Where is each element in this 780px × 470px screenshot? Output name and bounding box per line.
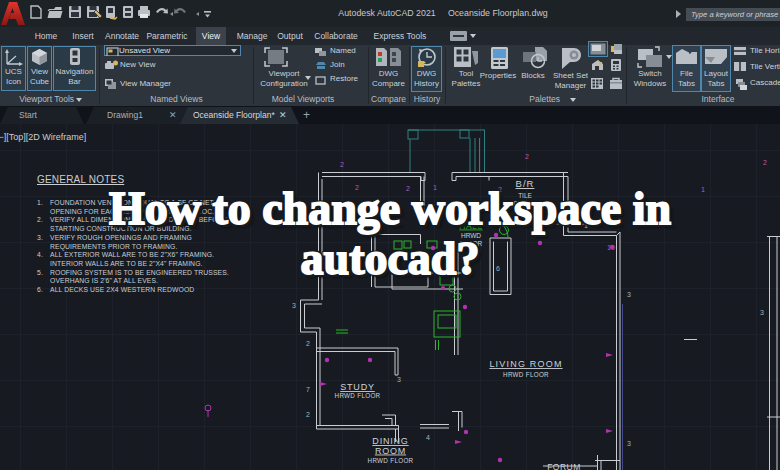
svg-text:7: 7 bbox=[306, 386, 310, 393]
svg-text:3: 3 bbox=[760, 309, 764, 316]
svg-text:ALL DECKS USE 2X4 WESTERN REDW: ALL DECKS USE 2X4 WESTERN REDWOOD bbox=[50, 286, 194, 293]
svg-text:LIVING ROOM: LIVING ROOM bbox=[489, 359, 562, 369]
svg-text:3: 3 bbox=[627, 440, 631, 447]
svg-text:ROOM: ROOM bbox=[375, 446, 406, 456]
svg-text:FORUM: FORUM bbox=[547, 462, 581, 470]
svg-text:[−][Top][2D Wireframe]: [−][Top][2D Wireframe] bbox=[0, 132, 86, 142]
svg-text:DINING: DINING bbox=[372, 436, 408, 446]
svg-text:2: 2 bbox=[340, 161, 344, 168]
svg-text:2: 2 bbox=[763, 159, 767, 166]
svg-text:3: 3 bbox=[397, 376, 401, 383]
svg-text:2: 2 bbox=[525, 153, 529, 160]
svg-text:STUDY: STUDY bbox=[340, 382, 375, 392]
svg-text:3: 3 bbox=[292, 302, 296, 309]
svg-text:HRWD FLOOR: HRWD FLOOR bbox=[335, 392, 381, 399]
svg-text:3: 3 bbox=[627, 291, 631, 298]
svg-text:2: 2 bbox=[306, 411, 310, 418]
svg-text:HRWD FLOOR: HRWD FLOOR bbox=[503, 371, 549, 378]
svg-text:HRWD FLOOR: HRWD FLOOR bbox=[368, 457, 414, 464]
svg-text:4: 4 bbox=[426, 434, 430, 441]
svg-text:6.: 6. bbox=[37, 286, 43, 293]
svg-text:2: 2 bbox=[306, 340, 310, 347]
